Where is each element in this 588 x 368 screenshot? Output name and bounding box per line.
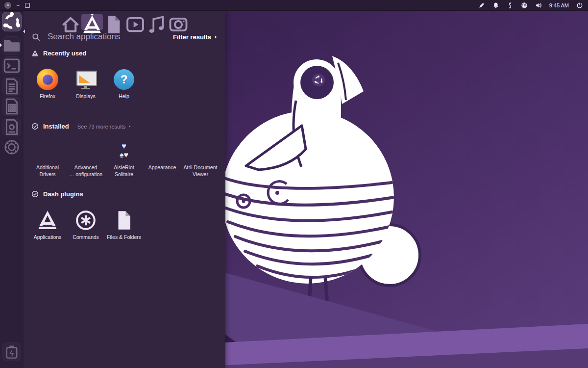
gear-icon (2, 138, 21, 157)
folder-icon (2, 36, 21, 55)
close-icon[interactable]: ✕ (4, 2, 11, 9)
writer-icon (2, 77, 21, 96)
clock[interactable]: 9:45 AM (549, 2, 569, 8)
applications-icon (36, 209, 59, 232)
launcher-item-impress[interactable] (2, 118, 21, 136)
panel-window-controls: ✕ – (4, 2, 30, 9)
bell-icon[interactable] (492, 2, 499, 9)
see-more-results-link[interactable]: See 73 more results (77, 124, 132, 130)
section-recently-used: Recently used (31, 50, 86, 57)
app-label: Atril Document Viewer (181, 164, 220, 178)
trash-icon (2, 342, 21, 361)
dash-overlay: Filter results Recently used Firefox Dis… (24, 11, 225, 368)
section-installed: Installed See 73 more results (31, 123, 132, 130)
maximize-icon[interactable] (25, 3, 30, 8)
check-circle-icon (31, 190, 39, 198)
tab-home[interactable] (60, 14, 81, 30)
calc-icon (2, 97, 21, 116)
app-label: Advanced … onfiguration (66, 164, 105, 178)
asterisk-circle-icon (74, 209, 97, 232)
filter-results-button[interactable]: Filter results (173, 33, 219, 41)
pen-icon[interactable] (478, 2, 485, 9)
terminal-icon (2, 56, 21, 75)
ubuntu-logo-eye (312, 74, 325, 86)
app-additional-drivers[interactable]: Additional Drivers (28, 139, 67, 178)
app-label: AisleRiot Solitaire (104, 164, 144, 178)
cards-icon: ♥♠♥ (120, 142, 128, 159)
tab-files[interactable] (103, 14, 124, 30)
app-label: Additional Drivers (28, 164, 67, 178)
launcher-item-calc[interactable] (2, 97, 21, 116)
section-title: Installed (43, 123, 69, 130)
launcher-item-files[interactable] (2, 36, 21, 55)
app-label: Firefox (28, 93, 67, 100)
section-dash-plugins: Dash plugins (31, 190, 83, 198)
plugin-commands[interactable]: Commands (66, 209, 105, 241)
dash-open-arrow-icon (21, 29, 25, 33)
launcher-item-terminal[interactable] (2, 56, 21, 75)
tab-photos[interactable] (168, 14, 189, 30)
globe-icon[interactable] (521, 2, 528, 9)
section-title: Dash plugins (43, 190, 83, 198)
app-appearance[interactable]: Appearance (143, 139, 182, 171)
ubuntu-dash-button[interactable] (2, 12, 22, 31)
plugin-label: Commands (66, 234, 105, 241)
panel-indicators: 9:45 AM (478, 2, 583, 9)
file-icon (113, 209, 135, 232)
app-label: Help (104, 93, 144, 100)
chevron-right-icon (127, 124, 132, 129)
search-icon (31, 32, 41, 42)
app-help[interactable]: ? Help (104, 68, 144, 100)
app-aisleriot[interactable]: ♥♠♥ AisleRiot Solitaire (104, 139, 144, 178)
launcher-item-writer[interactable] (2, 77, 21, 96)
app-atril[interactable]: Atril Document Viewer (181, 139, 220, 178)
volume-icon[interactable] (535, 2, 542, 9)
power-icon[interactable] (576, 2, 583, 9)
dash-lens-tabs (24, 14, 225, 30)
plugin-label: Files & Folders (104, 234, 144, 241)
section-title: Recently used (43, 50, 86, 57)
help-icon: ? (114, 69, 134, 90)
messages-icon[interactable] (507, 2, 514, 9)
filter-results-label: Filter results (173, 33, 211, 41)
app-label: Appearance (143, 164, 182, 171)
app-displays[interactable]: Displays (66, 68, 105, 100)
app-firefox[interactable]: Firefox (28, 68, 67, 100)
tab-music[interactable] (146, 14, 168, 30)
plugin-files-folders[interactable]: Files & Folders (104, 209, 144, 241)
plugin-label: Applications (28, 234, 67, 241)
app-label: Displays (66, 93, 105, 100)
drivers-icon (38, 141, 57, 160)
plugin-applications[interactable]: Applications (28, 209, 67, 241)
chevron-right-icon (213, 34, 219, 40)
displays-icon (75, 69, 97, 90)
see-more-label: See 73 more results (77, 124, 125, 130)
check-circle-icon (31, 123, 39, 130)
tab-videos[interactable] (124, 14, 146, 30)
ubuntu-logo-icon (2, 12, 22, 31)
firefox-icon (37, 69, 58, 90)
top-panel: ✕ – 9:45 AM (0, 0, 588, 11)
tab-applications[interactable] (81, 14, 103, 30)
launcher-item-software[interactable] (2, 138, 21, 157)
impress-icon (2, 118, 21, 136)
app-advanced-network-configuration[interactable]: Advanced … onfiguration (66, 139, 105, 178)
applications-icon (31, 50, 39, 57)
launcher (0, 11, 24, 368)
minimize-icon[interactable]: – (17, 3, 20, 8)
search-input[interactable] (47, 31, 173, 42)
launcher-item-trash[interactable] (2, 342, 21, 361)
